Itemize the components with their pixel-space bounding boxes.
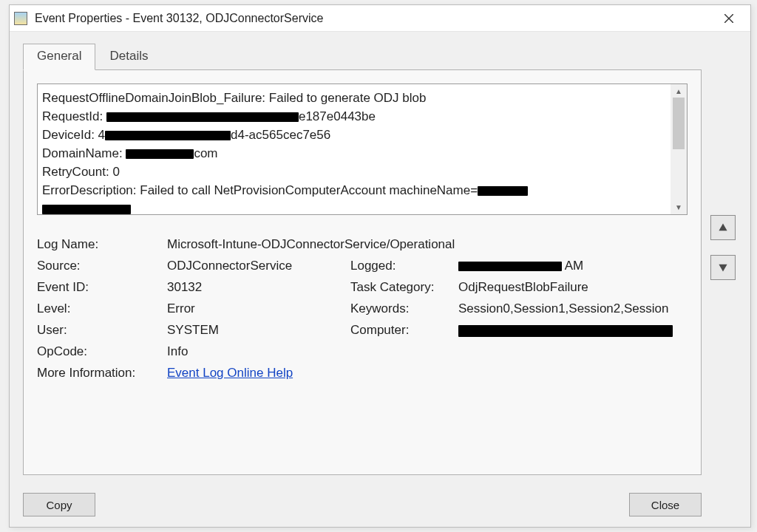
window-title: Event Properties - Event 30132, ODJConne…	[35, 12, 712, 25]
desc-line: ErrorDescription: Failed to call NetProv…	[42, 181, 662, 200]
svg-marker-2	[719, 223, 727, 231]
arrow-up-icon	[718, 222, 728, 233]
value-computer	[458, 323, 688, 338]
titlebar: Event Properties - Event 30132, ODJConne…	[10, 5, 750, 32]
nav-column	[702, 44, 737, 516]
previous-event-button[interactable]	[710, 215, 736, 240]
redacted-text	[105, 131, 231, 140]
arrow-down-icon	[718, 262, 728, 273]
desc-line: DomainName: com	[42, 144, 662, 163]
label-level: Level:	[37, 301, 167, 316]
svg-marker-3	[719, 265, 727, 272]
value-taskcat: OdjRequestBlobFailure	[458, 280, 688, 295]
desc-line	[42, 200, 662, 215]
value-source: ODJConnectorService	[167, 259, 350, 273]
label-logged: Logged:	[350, 259, 458, 273]
value-eventid: 30132	[167, 280, 350, 295]
value-user: SYSTEM	[167, 323, 350, 338]
properties-grid: Log Name: Microsoft-Intune-ODJConnectorS…	[37, 237, 688, 381]
redacted-text	[126, 149, 194, 159]
label-computer: Computer:	[350, 323, 458, 338]
scroll-up-arrow-icon[interactable]: ▲	[675, 87, 682, 95]
app-icon	[14, 12, 27, 25]
close-button[interactable]: Close	[629, 493, 702, 516]
window-close-button[interactable]	[712, 7, 746, 30]
scroll-thumb[interactable]	[673, 98, 685, 149]
tabstrip: General Details	[23, 44, 702, 69]
scroll-down-arrow-icon[interactable]: ▼	[675, 203, 682, 211]
label-user: User:	[37, 323, 167, 338]
label-source: Source:	[37, 259, 167, 273]
description-scrollbar[interactable]: ▲ ▼	[671, 84, 687, 214]
desc-line: DeviceId: 4d4-ac565cec7e56	[42, 126, 662, 144]
label-eventid: Event ID:	[37, 280, 167, 295]
label-keywords: Keywords:	[350, 301, 458, 316]
value-moreinfo: Event Log Online Help	[167, 366, 688, 381]
value-opcode: Info	[167, 344, 688, 359]
redacted-text	[106, 112, 299, 122]
value-logname: Microsoft-Intune-ODJConnectorService/Ope…	[167, 237, 688, 252]
label-moreinfo: More Information:	[37, 366, 167, 381]
redacted-text	[42, 205, 131, 214]
close-icon	[724, 14, 733, 23]
event-description-box: RequestOfflineDomainJoinBlob_Failure: Fa…	[37, 83, 688, 215]
value-level: Error	[167, 301, 350, 316]
desc-line: RequestId: e187e0443be	[42, 107, 662, 126]
dialog-footer: Copy Close	[23, 482, 702, 516]
copy-button[interactable]: Copy	[23, 493, 95, 516]
tab-panel-general: RequestOfflineDomainJoinBlob_Failure: Fa…	[23, 69, 702, 475]
label-logname: Log Name:	[37, 237, 167, 252]
next-event-button[interactable]	[710, 255, 736, 280]
event-properties-window: Event Properties - Event 30132, ODJConne…	[9, 4, 751, 528]
desc-line: RequestOfflineDomainJoinBlob_Failure: Fa…	[42, 89, 662, 107]
redacted-text	[478, 186, 528, 196]
redacted-text	[458, 262, 562, 271]
label-opcode: OpCode:	[37, 344, 167, 359]
desc-line: RetryCount: 0	[42, 163, 662, 181]
label-taskcat: Task Category:	[350, 280, 458, 295]
value-keywords: Session0,Session1,Session2,Session	[458, 301, 688, 316]
event-log-online-help-link[interactable]: Event Log Online Help	[167, 366, 293, 380]
client-area: General Details RequestOfflineDomainJoin…	[10, 32, 750, 527]
event-description-text[interactable]: RequestOfflineDomainJoinBlob_Failure: Fa…	[38, 84, 669, 215]
value-logged: AM	[458, 259, 688, 273]
tab-general[interactable]: General	[23, 44, 95, 70]
redacted-text	[458, 325, 673, 337]
main-column: General Details RequestOfflineDomainJoin…	[23, 44, 702, 516]
tab-details[interactable]: Details	[95, 44, 162, 69]
